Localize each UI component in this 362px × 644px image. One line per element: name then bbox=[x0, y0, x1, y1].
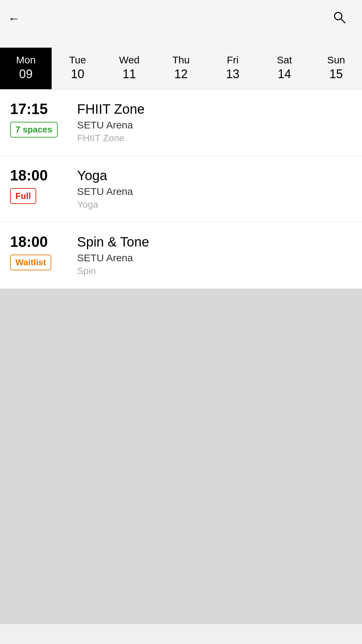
class-info-col: Yoga SETU Arena Yoga bbox=[70, 168, 352, 210]
empty-area bbox=[0, 289, 362, 624]
day-item-mon09[interactable]: Mon 09 bbox=[0, 48, 52, 89]
class-badge: 7 spaces bbox=[10, 122, 58, 138]
day-item-wed11[interactable]: Wed 11 bbox=[104, 48, 155, 89]
day-name: Thu bbox=[172, 54, 190, 66]
day-name: Sun bbox=[327, 54, 345, 66]
day-name: Tue bbox=[69, 54, 86, 66]
class-category: FHIIT Zone bbox=[77, 133, 352, 144]
class-category: Spin bbox=[77, 266, 352, 276]
class-time-col: 17:15 7 spaces bbox=[10, 102, 70, 138]
day-num: 12 bbox=[174, 67, 188, 81]
day-item-sat14[interactable]: Sat 14 bbox=[258, 48, 310, 89]
classes-list: 17:15 7 spaces FHIIT Zone SETU Arena FHI… bbox=[0, 90, 362, 289]
day-item-sun15[interactable]: Sun 15 bbox=[310, 48, 362, 89]
class-item[interactable]: 18:00 Full Yoga SETU Arena Yoga bbox=[0, 156, 362, 222]
class-badge: Waitlist bbox=[10, 255, 51, 270]
class-info-col: Spin & Tone SETU Arena Spin bbox=[70, 234, 352, 276]
day-num: 15 bbox=[329, 67, 343, 81]
day-num: 10 bbox=[71, 67, 84, 81]
day-num: 11 bbox=[123, 67, 136, 81]
class-time-col: 18:00 Full bbox=[10, 168, 70, 204]
class-name: Yoga bbox=[77, 168, 352, 183]
back-button[interactable]: ← bbox=[8, 11, 20, 25]
class-item[interactable]: 18:00 Waitlist Spin & Tone SETU Arena Sp… bbox=[0, 222, 362, 289]
day-item-thu12[interactable]: Thu 12 bbox=[155, 48, 207, 89]
class-item[interactable]: 17:15 7 spaces FHIIT Zone SETU Arena FHI… bbox=[0, 90, 362, 156]
day-item-fri13[interactable]: Fri 13 bbox=[207, 48, 258, 89]
day-num: 13 bbox=[226, 67, 239, 81]
class-venue: SETU Arena bbox=[77, 119, 352, 131]
class-time: 17:15 bbox=[10, 102, 48, 116]
class-time: 18:00 bbox=[10, 168, 48, 183]
class-time: 18:00 bbox=[10, 234, 48, 249]
class-badge: Full bbox=[10, 188, 36, 204]
class-info-col: FHIIT Zone SETU Arena FHIIT Zone bbox=[70, 102, 352, 144]
header: ← bbox=[0, 0, 362, 37]
class-name: FHIIT Zone bbox=[77, 102, 352, 117]
class-name: Spin & Tone bbox=[77, 234, 352, 250]
day-name: Wed bbox=[119, 54, 139, 66]
search-icon[interactable] bbox=[333, 10, 346, 27]
day-num: 14 bbox=[278, 67, 291, 81]
svg-line-1 bbox=[341, 19, 345, 23]
class-category: Yoga bbox=[77, 199, 352, 210]
day-item-tue10[interactable]: Tue 10 bbox=[52, 48, 103, 89]
month-label bbox=[0, 37, 362, 48]
day-selector: Mon 09 Tue 10 Wed 11 Thu 12 Fri 13 Sat 1… bbox=[0, 48, 362, 90]
day-num: 09 bbox=[19, 67, 33, 81]
class-time-col: 18:00 Waitlist bbox=[10, 234, 70, 270]
day-name: Fri bbox=[227, 54, 239, 66]
class-venue: SETU Arena bbox=[77, 186, 352, 197]
day-name: Mon bbox=[16, 54, 36, 66]
day-name: Sat bbox=[277, 54, 292, 66]
class-venue: SETU Arena bbox=[77, 252, 352, 264]
